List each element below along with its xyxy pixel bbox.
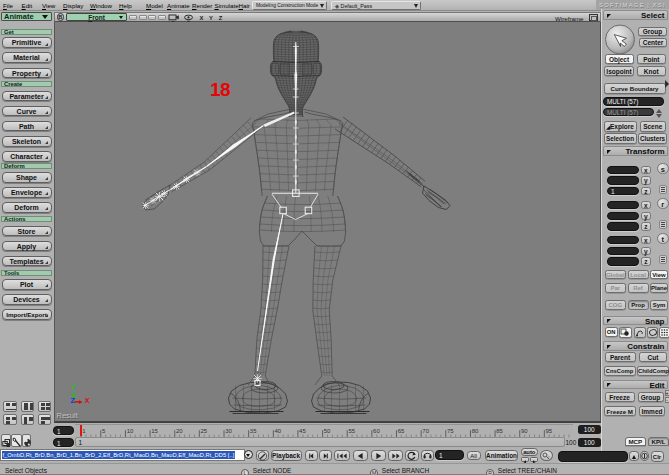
svg-text:80: 80 xyxy=(472,428,479,434)
svg-text:65: 65 xyxy=(398,428,405,434)
svg-text:85: 85 xyxy=(496,428,503,434)
svg-text:60: 60 xyxy=(373,428,380,434)
svg-text:10: 10 xyxy=(127,428,134,434)
svg-text:70: 70 xyxy=(422,428,429,434)
svg-text:95: 95 xyxy=(546,428,553,434)
svg-text:30: 30 xyxy=(225,428,232,434)
svg-text:5: 5 xyxy=(102,428,106,434)
svg-text:75: 75 xyxy=(447,428,454,434)
svg-text:18: 18 xyxy=(210,79,230,100)
svg-text:40: 40 xyxy=(275,428,282,434)
svg-text:15: 15 xyxy=(151,428,158,434)
svg-text:45: 45 xyxy=(299,428,306,434)
svg-text:50: 50 xyxy=(324,428,331,434)
svg-text:1: 1 xyxy=(82,428,86,434)
svg-text:X: X xyxy=(85,397,90,404)
svg-text:25: 25 xyxy=(201,428,208,434)
svg-text:20: 20 xyxy=(176,428,183,434)
svg-text:35: 35 xyxy=(250,428,257,434)
svg-text:Z: Z xyxy=(71,396,76,405)
svg-text:90: 90 xyxy=(521,428,528,434)
svg-text:Y: Y xyxy=(71,384,76,391)
svg-text:55: 55 xyxy=(348,428,355,434)
